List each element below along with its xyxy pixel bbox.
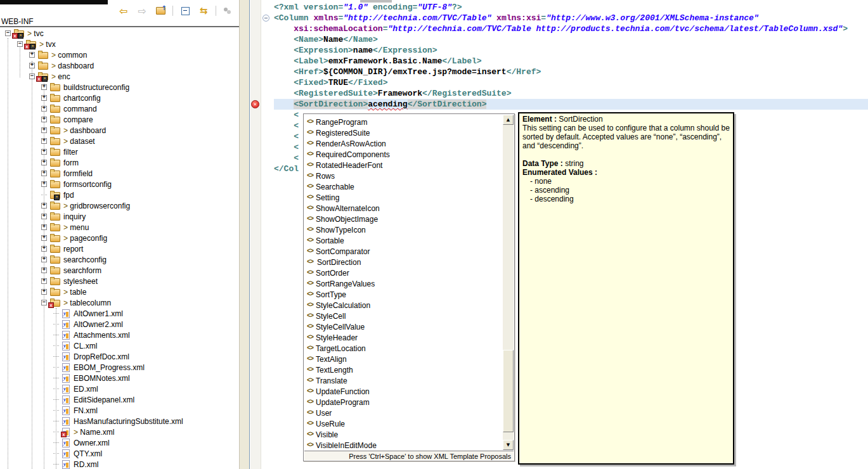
tree-item[interactable]: +chartconfig [0, 93, 239, 103]
tree-item[interactable]: +inquiry [0, 211, 239, 222]
tree-item[interactable]: yx> Name.xml [0, 427, 239, 437]
expander-icon[interactable]: + [41, 267, 47, 273]
proposal-item[interactable]: Setting [304, 192, 503, 203]
collapse-all-icon[interactable] [179, 5, 191, 16]
expander-icon[interactable]: + [29, 52, 35, 58]
tree-item[interactable]: yFN.xml [0, 405, 239, 416]
tree-item[interactable]: +stylesheet [0, 276, 239, 286]
proposal-item[interactable]: Sortable [304, 235, 503, 246]
proposal-item[interactable]: Searchable [304, 181, 503, 192]
tree-item[interactable]: +> gridbrowserconfig [0, 200, 239, 211]
proposal-item[interactable]: TextAlign [304, 354, 503, 364]
tree-item[interactable]: +searchform [0, 265, 239, 276]
tree-item[interactable]: +> dashboard [0, 60, 239, 71]
fold-collapse-icon[interactable] [262, 15, 269, 22]
tree-item[interactable]: yEBOM_Progress.xml [0, 362, 239, 373]
tree-item[interactable]: +> menu [0, 222, 239, 233]
expander-icon[interactable]: + [41, 170, 47, 176]
tree-item[interactable]: +formsortconfig [0, 179, 239, 190]
tree-item[interactable]: yED.xml [0, 383, 239, 394]
proposal-item[interactable]: TextLength [304, 364, 503, 375]
proposal-item[interactable]: SortDirection [304, 257, 503, 267]
forward-icon[interactable] [136, 5, 148, 16]
tree-item[interactable]: yHasManufacturingSubstitute.xml [0, 416, 239, 427]
expander-icon[interactable]: + [41, 138, 47, 144]
tree-item[interactable]: +> common [0, 49, 239, 60]
tree-item[interactable]: +> pageconfig [0, 233, 239, 243]
proposal-item[interactable]: ShowAlternateIcon [304, 203, 503, 214]
tree-item[interactable]: +formfield [0, 168, 239, 179]
proposal-item[interactable]: UseRule [304, 418, 503, 429]
tree-item[interactable]: yEBOMNotes.xml [0, 373, 239, 383]
proposal-item[interactable]: RangeProgram [304, 117, 503, 127]
tree-item[interactable]: yOwner.xml [0, 437, 239, 448]
tree-item[interactable]: +filter [0, 146, 239, 157]
proposal-item[interactable]: StyleCell [304, 311, 503, 321]
proposal-item[interactable]: RegisteredSuite [304, 127, 503, 138]
tree-item[interactable]: −x*> enc [0, 71, 239, 82]
tree-item[interactable]: +searchconfig [0, 254, 239, 265]
error-marker-icon[interactable] [251, 100, 259, 108]
popup-scrollbar[interactable]: ▲ ▼ [503, 115, 514, 450]
proposal-item[interactable]: Rows [304, 170, 503, 181]
expander-icon[interactable]: − [41, 300, 47, 305]
proposal-item[interactable]: ShowObjectImage [304, 214, 503, 224]
expander-icon[interactable]: + [41, 106, 47, 112]
panel-sash[interactable] [239, 0, 250, 469]
expander-icon[interactable]: + [41, 95, 47, 101]
proposal-item[interactable]: RenderAsRowAction [304, 138, 503, 149]
go-up-icon[interactable] [154, 5, 167, 16]
expander-icon[interactable]: − [29, 74, 35, 79]
tree-item[interactable]: yQTY.xml [0, 448, 239, 459]
tree-item[interactable]: +command [0, 103, 239, 114]
proposal-item[interactable]: User [304, 408, 503, 418]
tree-item[interactable]: yAltOwner1.xml [0, 308, 239, 319]
expander-icon[interactable]: + [41, 149, 47, 155]
expander-icon[interactable]: + [41, 235, 47, 241]
proposal-item[interactable]: VisibleInEditMode [304, 440, 503, 450]
expander-icon[interactable]: + [41, 224, 47, 230]
expander-icon[interactable]: + [41, 127, 47, 133]
proposal-item[interactable]: TargetLocation [304, 343, 503, 354]
expander-icon[interactable]: + [41, 117, 47, 122]
tree-item[interactable]: +compare [0, 114, 239, 125]
tree-item[interactable]: +> dashboard [0, 125, 239, 136]
scroll-up-icon[interactable]: ▲ [503, 115, 514, 125]
back-icon[interactable] [117, 5, 130, 16]
proposal-item[interactable]: StyleCalculation [304, 300, 503, 311]
tree-item[interactable]: yCL.xml [0, 340, 239, 351]
proposal-item[interactable]: Translate [304, 375, 503, 386]
tree-item[interactable]: +buildstructureconfig [0, 82, 239, 93]
proposal-list[interactable]: RangeProgramRegisteredSuiteRenderAsRowAc… [304, 115, 503, 450]
expander-icon[interactable]: + [41, 181, 47, 187]
proposal-item[interactable]: SortOrder [304, 267, 503, 278]
tree-item[interactable]: +form [0, 157, 239, 168]
proposal-item[interactable]: StyleHeader [304, 332, 503, 343]
expander-icon[interactable]: + [41, 257, 47, 262]
tree-item[interactable]: −x*> tvx [0, 39, 239, 49]
tree-item[interactable]: *fpd [0, 190, 239, 200]
tree-item[interactable]: yAltOwner2.xml [0, 319, 239, 330]
tree-item[interactable]: yAttachments.xml [0, 330, 239, 340]
link-with-editor-icon[interactable] [197, 5, 210, 16]
tree-item[interactable]: yEditSidepanel.xml [0, 394, 239, 405]
proposal-item[interactable]: UpdateProgram [304, 397, 503, 408]
proposal-item[interactable]: Visible [304, 429, 503, 440]
tree-item[interactable]: −x*> tvc [0, 28, 239, 39]
tree-item[interactable]: yRD.xml [0, 459, 239, 469]
proposal-item[interactable]: SortComparator [304, 246, 503, 257]
proposal-item[interactable]: UpdateFunction [304, 386, 503, 397]
expander-icon[interactable]: + [29, 63, 35, 68]
focus-icon[interactable] [222, 5, 235, 16]
tree-item[interactable]: +> table [0, 286, 239, 297]
expander-icon[interactable]: + [41, 289, 47, 295]
expander-icon[interactable]: + [41, 246, 47, 252]
scroll-down-icon[interactable]: ▼ [503, 440, 514, 450]
proposal-item[interactable]: RequiredComponents [304, 149, 503, 160]
expander-icon[interactable]: + [41, 160, 47, 165]
project-tree[interactable]: −x*> tvc−x*> tvx+> common+> dashboard−x*… [0, 28, 239, 469]
proposal-item[interactable]: SortType [304, 289, 503, 300]
proposal-item[interactable]: ShowTypeIcon [304, 224, 503, 235]
tree-item[interactable]: +> dataset [0, 136, 239, 146]
scrollbar-thumb[interactable] [503, 350, 514, 432]
